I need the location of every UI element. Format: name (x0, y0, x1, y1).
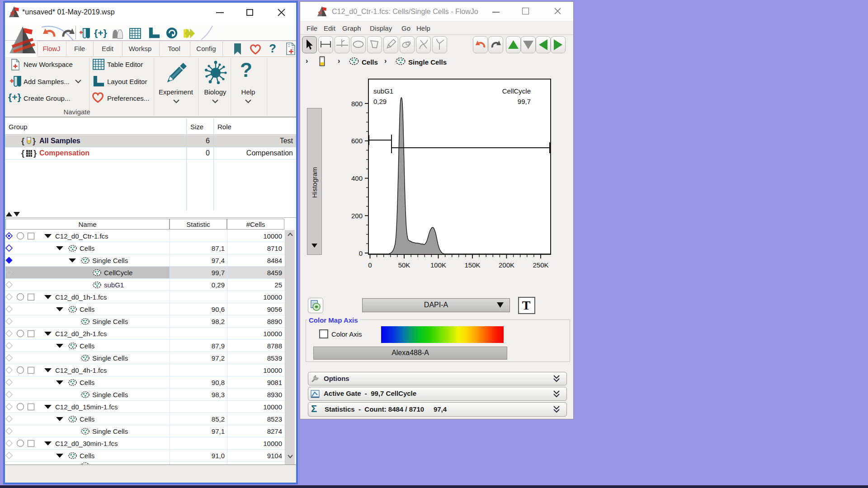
svg-text:600: 600 (351, 137, 363, 145)
svg-text:subG1: subG1 (373, 87, 393, 95)
svg-text:150K: 150K (464, 261, 480, 269)
svg-text:100K: 100K (430, 261, 446, 269)
svg-text:400: 400 (351, 174, 363, 182)
svg-text:99,7: 99,7 (518, 98, 531, 105)
svg-text:200K: 200K (499, 261, 514, 269)
svg-text:250K: 250K (533, 261, 548, 269)
svg-text:200: 200 (351, 212, 363, 220)
svg-text:800: 800 (351, 100, 363, 108)
svg-text:50K: 50K (398, 261, 410, 269)
svg-text:0,29: 0,29 (373, 98, 387, 105)
svg-text:0: 0 (368, 261, 372, 269)
svg-text:CellCycle: CellCycle (502, 87, 531, 95)
svg-text:0: 0 (359, 249, 363, 257)
